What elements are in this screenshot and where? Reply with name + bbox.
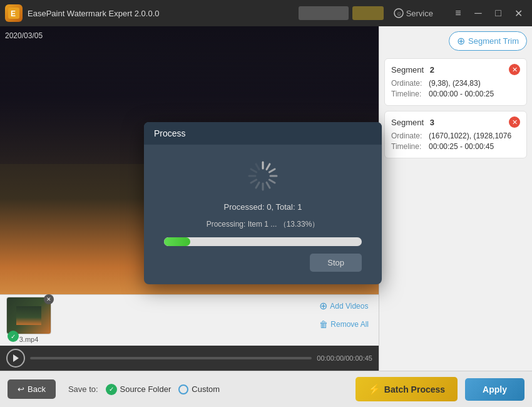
- process-dialog-title: Process: [154, 128, 186, 138]
- service-button[interactable]: ☺ Service: [389, 6, 438, 21]
- svg-text:E: E: [11, 9, 16, 18]
- segment-close-3[interactable]: ✕: [509, 116, 520, 128]
- source-folder-check: ✓: [106, 384, 117, 395]
- remove-all-button[interactable]: 🗑 Remove All: [314, 317, 374, 332]
- svg-line-10: [269, 180, 275, 183]
- back-button[interactable]: ↩ Back: [8, 379, 56, 399]
- svg-line-17: [256, 164, 259, 170]
- svg-line-11: [267, 182, 270, 188]
- process-progress-bar: [164, 237, 362, 246]
- segment-label-2: Segment 2: [391, 65, 434, 75]
- window-controls: ≡ ─ □ ✕: [449, 4, 527, 22]
- thumbnail-close-button[interactable]: ✕: [44, 294, 54, 304]
- plus-icon: ⊕: [457, 35, 465, 47]
- title-bar-placeholder2: [352, 6, 384, 20]
- video-controls-bar: 00:00:00/00:00:45: [0, 346, 379, 371]
- thumbnail-check-icon: ✓: [8, 331, 19, 342]
- bottom-media-area: ⊕ Add Videos 🗑 Remove All ✕: [0, 294, 379, 371]
- trash-icon: 🗑: [319, 319, 328, 329]
- play-icon: [12, 354, 19, 363]
- add-videos-button[interactable]: ⊕ Add Videos: [314, 297, 374, 314]
- segment-trim-button[interactable]: ⊕ Segment Trim: [449, 31, 527, 51]
- process-dialog-titlebar: Process: [144, 122, 382, 145]
- segment-card-2: Segment 2 ✕ Ordinate: (9,38), (234,83) T…: [384, 58, 527, 106]
- process-status-text: Processed: 0, Total: 1: [224, 202, 302, 212]
- add-videos-label: Add Videos: [330, 302, 368, 311]
- media-actions: ⊕ Add Videos 🗑 Remove All: [314, 297, 374, 332]
- service-icon: ☺: [394, 8, 404, 18]
- timeline-value-2: 00:00:00 - 00:00:25: [429, 90, 494, 98]
- process-progress-fill: [164, 237, 190, 246]
- video-date: 2020/03/05: [5, 31, 43, 40]
- segment-num-3: 3: [430, 118, 434, 127]
- ordinate-value-2: (9,38), (234,83): [429, 79, 481, 88]
- app-title: EasePaint Watermark Expert 2.0.0.0: [28, 9, 294, 18]
- svg-line-16: [251, 169, 257, 172]
- segment-num-2: 2: [430, 65, 434, 75]
- custom-option[interactable]: Custom: [178, 384, 220, 394]
- segment-ordinate-row-2: Ordinate: (9,38), (234,83): [391, 79, 520, 88]
- source-folder-option[interactable]: ✓ Source Folder: [106, 384, 171, 395]
- spinner-icon: @keyframes spin2 { from{transform-origin…: [247, 160, 279, 192]
- svg-rect-4: [16, 306, 41, 325]
- custom-radio-dot: [178, 384, 188, 394]
- timeline-label-3: Timeline:: [391, 142, 429, 151]
- back-arrow-icon: ↩: [18, 384, 24, 394]
- apply-button[interactable]: Apply: [465, 378, 524, 401]
- menu-button[interactable]: ≡: [449, 4, 467, 22]
- segment-trim-label: Segment Trim: [468, 36, 519, 46]
- process-dialog: Process @keyframes spin2 { from{transfor…: [144, 122, 382, 284]
- bottom-bar: ↩ Back Save to: ✓ Source Folder Custom ⚡…: [0, 371, 532, 407]
- service-label: Service: [406, 9, 433, 18]
- segment-ordinate-row-3: Ordinate: (1670,1022), (1928,1076: [391, 131, 520, 140]
- thumbnail-item: ✕ ✓ 3.mp4: [6, 297, 51, 343]
- batch-process-button[interactable]: ⚡ Batch Process: [356, 377, 458, 401]
- lightning-icon: ⚡: [368, 383, 381, 395]
- close-button[interactable]: ✕: [509, 4, 527, 22]
- svg-line-8: [269, 169, 275, 172]
- spinner-container: @keyframes spin2 { from{transform-origin…: [247, 160, 279, 192]
- right-panel: ⊕ Segment Trim Segment 2 ✕ Ordinate: (9,…: [379, 26, 532, 371]
- segment-header-3: Segment 3 ✕: [391, 116, 520, 128]
- ordinate-value-3: (1670,1022), (1928,1076: [429, 131, 511, 140]
- title-bar: E EasePaint Watermark Expert 2.0.0.0 ☺ S…: [0, 0, 532, 26]
- process-progress-text: Processing: Item 1 ... （13.33%）: [207, 219, 320, 230]
- timeline-label-2: Timeline:: [391, 90, 429, 98]
- segment-card-3: Segment 3 ✕ Ordinate: (1670,1022), (1928…: [384, 111, 527, 158]
- ordinate-label-3: Ordinate:: [391, 131, 429, 140]
- custom-label: Custom: [192, 384, 220, 394]
- time-display: 00:00:00/00:00:45: [317, 354, 372, 362]
- svg-line-7: [267, 164, 270, 170]
- segment-timeline-row-3: Timeline: 00:00:25 - 00:00:45: [391, 142, 520, 151]
- thumbnail-svg: [16, 306, 41, 325]
- segment-label-3: Segment 3: [391, 118, 434, 127]
- segment-close-2[interactable]: ✕: [509, 64, 520, 75]
- app-logo: E: [5, 4, 23, 22]
- add-icon: ⊕: [319, 300, 327, 312]
- source-folder-label: Source Folder: [120, 384, 171, 394]
- minimize-button[interactable]: ─: [469, 4, 487, 22]
- play-button[interactable]: [6, 349, 25, 368]
- process-dialog-body: @keyframes spin2 { from{transform-origin…: [144, 145, 382, 284]
- stop-button[interactable]: Stop: [310, 254, 362, 272]
- ordinate-label-2: Ordinate:: [391, 79, 429, 88]
- svg-marker-5: [13, 354, 19, 362]
- back-label: Back: [28, 384, 46, 394]
- save-to-label: Save to:: [68, 384, 98, 394]
- remove-all-label: Remove All: [330, 320, 369, 329]
- segment-header-2: Segment 2 ✕: [391, 64, 520, 75]
- svg-line-13: [256, 182, 259, 188]
- seek-bar[interactable]: [30, 357, 312, 359]
- svg-text:☺: ☺: [396, 11, 402, 17]
- timeline-value-3: 00:00:25 - 00:00:45: [429, 142, 494, 151]
- title-bar-placeholder1: [299, 6, 349, 20]
- svg-line-14: [251, 180, 257, 183]
- title-search-area: [299, 6, 384, 20]
- segment-timeline-row-2: Timeline: 00:00:00 - 00:00:25: [391, 90, 520, 98]
- batch-process-label: Batch Process: [384, 384, 445, 394]
- maximize-button[interactable]: □: [489, 4, 507, 22]
